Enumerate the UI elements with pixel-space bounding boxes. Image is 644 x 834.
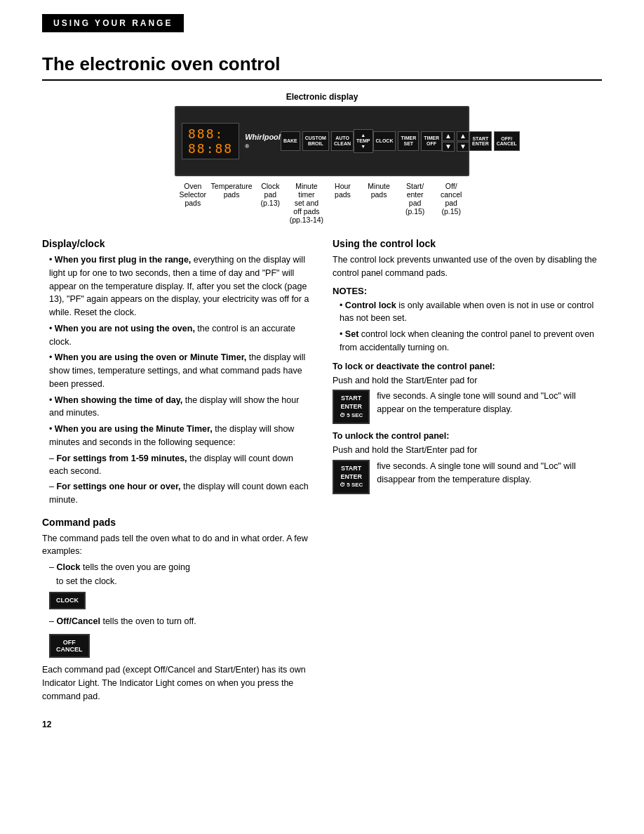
dash-bold-1: For settings from 1-59 minutes, <box>56 454 187 463</box>
diagram-labels-row: OvenSelectorpads Temperaturepads Clockpa… <box>175 182 469 224</box>
page-container: USING YOUR RANGE The electronic oven con… <box>0 0 644 757</box>
lock-start-btn: STARTENTER⏱ 5 SEC <box>333 390 370 424</box>
dlabel-start: Start/enterpad(p.15) <box>397 182 434 224</box>
display-section: 888: 88:88 Whirlpool® <box>182 123 281 159</box>
note-rest-2: control lock when cleaning the control p… <box>340 329 594 352</box>
minute-up-btn[interactable]: ▲ <box>457 131 469 141</box>
hour-down-btn[interactable]: ▼ <box>442 142 455 152</box>
lock-btn-col: STARTENTER⏱ 5 SEC <box>333 390 370 424</box>
temp-btn[interactable]: ▲ TEMP ▼ <box>354 129 373 152</box>
display-clock-list: When you first plug in the range, everyt… <box>42 253 311 449</box>
bullet-bold-5: When you are using the Minute Timer, <box>55 424 213 434</box>
note-bold-1: Control lock <box>345 300 396 310</box>
lock-desc-row: STARTENTER⏱ 5 SEC five seconds. A single… <box>333 390 602 424</box>
custom-broil-btn[interactable]: CUSTOMBROIL <box>302 131 329 151</box>
bullet-using-timer: When you are using the Minute Timer, the… <box>42 423 311 449</box>
off-cancel-btn-block: OFFCANCEL <box>49 634 311 658</box>
bullet-bold-4: When showing the time of day, <box>55 395 182 405</box>
start-enter-btn[interactable]: STARTENTER <box>469 131 492 151</box>
command-pads-intro: The command pads tell the oven what to d… <box>42 532 311 559</box>
unlock-btn-col: STARTENTER⏱ 5 SEC <box>333 460 370 494</box>
bullet-bold-3: When you are using the oven or Minute Ti… <box>55 352 246 362</box>
section-title: The electronic oven control <box>42 53 602 81</box>
temp-button-group: ▲ TEMP ▼ <box>354 129 373 152</box>
two-col-layout: Display/clock When you first plug in the… <box>42 238 602 706</box>
control-lock-heading: Using the control lock <box>333 238 602 249</box>
unlock-desc-row: STARTENTER⏱ 5 SEC five seconds. A single… <box>333 460 602 494</box>
hour-arrows: ▲ ▼ <box>442 131 455 152</box>
command-pads-heading: Command pads <box>42 517 311 528</box>
clock-dash: – Clock tells the oven you are going <box>42 561 311 574</box>
to-unlock-desc-rest: five seconds. A single tone will sound a… <box>377 460 602 486</box>
minute-arrows: ▲ ▼ <box>457 131 469 152</box>
unlock-start-btn: STARTENTER⏱ 5 SEC <box>333 460 370 494</box>
off-cancel-dash: – Off/Cancel tells the oven to turn off. <box>42 615 311 628</box>
to-lock-desc-intro: Push and hold the Start/Enter pad for <box>333 374 602 388</box>
note-bold-2: Set <box>345 329 358 339</box>
minute-down-btn[interactable]: ▼ <box>457 142 469 152</box>
lcd-display: 888: 88:88 <box>182 123 239 159</box>
dash-bold-2: For settings one hour or over, <box>56 482 180 491</box>
clock-btn-block: CLOCK <box>49 592 311 610</box>
bullet-showing-time: When showing the time of day, the displa… <box>42 394 311 421</box>
timer-off-btn[interactable]: TIMEROFF <box>421 131 442 151</box>
arrow-buttons: ▲ ▼ ▲ ▼ <box>442 131 469 152</box>
dlabel-oven: OvenSelectorpads <box>175 182 211 224</box>
clock-dash-2: to set the clock. <box>42 576 311 586</box>
to-unlock-desc-intro: Push and hold the Start/Enter pad for <box>333 444 602 457</box>
note-2: Set control lock when cleaning the contr… <box>333 328 602 355</box>
oven-selector-buttons: BAKE CUSTOMBROIL AUTOCLEAN <box>281 131 354 151</box>
brand-text: Whirlpool® <box>245 133 281 150</box>
bullet-bold-1: When you first plug in the range, <box>55 255 191 265</box>
timer-set-btn[interactable]: TIMERSET <box>398 131 419 151</box>
bullet-using-oven: When you are using the oven or Minute Ti… <box>42 351 311 390</box>
dlabel-off: Off/cancelpad(p.15) <box>433 182 469 224</box>
notes-list: Control lock is only available when oven… <box>333 299 602 355</box>
display-clock-heading: Display/clock <box>42 238 311 249</box>
dlabel-hour: Hourpads <box>325 182 361 224</box>
control-lock-intro: The control lock prevents unwanted use o… <box>333 253 602 280</box>
off-cancel-btn[interactable]: OFF/CANCEL <box>494 131 520 151</box>
bullet-bold-2: When you are not using the oven, <box>55 324 195 333</box>
dlabel-minutepads: Minutepads <box>361 182 397 224</box>
auto-clean-btn[interactable]: AUTOCLEAN <box>331 131 354 151</box>
indicator-light-text: Each command pad (except Off/Cancel and … <box>42 663 311 703</box>
to-lock-label: To lock or deactivate the control panel: <box>333 362 602 371</box>
notes-label: NOTES: <box>333 286 602 296</box>
page-number: 12 <box>42 720 602 729</box>
clock-btn[interactable]: CLOCK <box>373 131 396 151</box>
header-bar: USING YOUR RANGE <box>42 14 184 32</box>
off-cancel-inline-btn: OFFCANCEL <box>49 634 90 658</box>
bullet-first-plug: When you first plug in the range, everyt… <box>42 253 311 319</box>
clock-inline-btn: CLOCK <box>49 592 86 610</box>
clock-timer-buttons: CLOCK TIMERSET TIMEROFF <box>373 131 442 151</box>
to-lock-desc-rest: five seconds. A single tone will sound a… <box>377 390 602 416</box>
dlabel-temp: Temperaturepads <box>211 182 253 224</box>
to-unlock-label: To unlock the control panel: <box>333 431 602 441</box>
diagram-area: Electronic display 888: 88:88 Whirlpool®… <box>42 92 602 224</box>
bullet-not-using: When you are not using the oven, the con… <box>42 322 311 349</box>
start-off-buttons: STARTENTER OFF/CANCEL <box>469 131 520 151</box>
note-1: Control lock is only available when oven… <box>333 299 602 326</box>
left-column: Display/clock When you first plug in the… <box>42 238 311 706</box>
diagram-label: Electronic display <box>286 92 358 102</box>
bake-btn[interactable]: BAKE <box>281 131 300 151</box>
hour-up-btn[interactable]: ▲ <box>442 131 455 141</box>
dlabel-clock: Clockpad(p.13) <box>253 182 289 224</box>
control-panel: 888: 88:88 Whirlpool® BAKE CUSTOMBROIL A… <box>175 106 469 176</box>
dash-1-59: – For settings from 1-59 minutes, the di… <box>42 452 311 479</box>
header-bar-text: USING YOUR RANGE <box>53 18 173 28</box>
dash-one-hour: – For settings one hour or over, the dis… <box>42 480 311 507</box>
right-column: Using the control lock The control lock … <box>333 238 602 706</box>
dlabel-minute: Minutetimerset andoff pads(pp.13-14) <box>288 182 325 224</box>
